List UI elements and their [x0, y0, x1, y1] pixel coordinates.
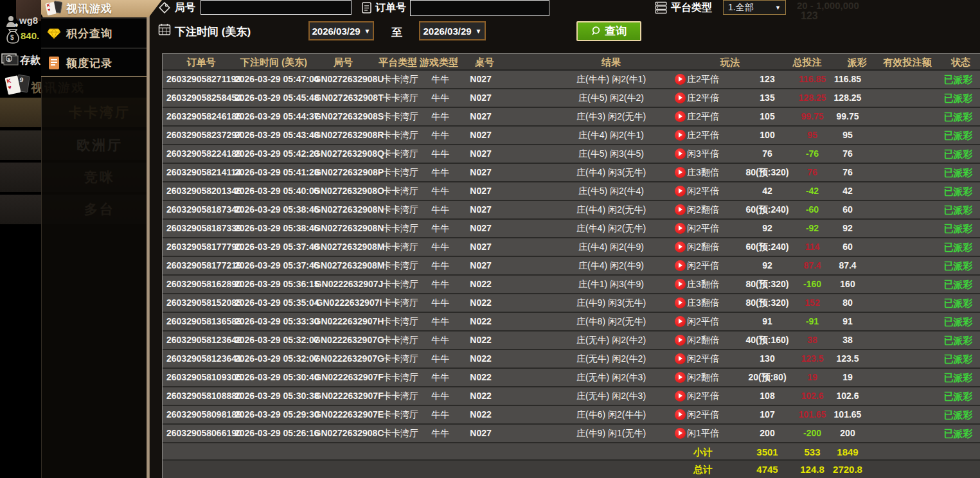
cell-order-number: 260329058187340: [166, 201, 240, 218]
deposit-button[interactable]: 存款: [20, 54, 40, 67]
cell-total-bet: 80(预:320): [732, 276, 803, 293]
date-from-picker[interactable]: 2026/03/29 ▼: [308, 21, 374, 40]
cell-play-type: 闲1平倍: [677, 425, 729, 442]
cell-game-type: 牛牛: [424, 425, 456, 442]
cell-play-type: 闲2翻倍: [677, 332, 729, 349]
cell-platform: 卡卡湾厅: [378, 257, 423, 274]
cell-table-number: N027: [461, 108, 500, 125]
platform-type-select[interactable]: 1.全部 ▼: [723, 0, 786, 15]
table-row[interactable]: 260329058201346 2026-03-29 05:40:05 GN02…: [163, 182, 980, 201]
cell-bet-time: 2026-03-29 05:43:43: [235, 127, 318, 144]
flyout-right-border: [147, 0, 150, 478]
cell-bet-time: 2026-03-29 05:37:45: [235, 257, 318, 274]
cell-bet-time: 2026-03-29 05:30:38: [235, 387, 318, 405]
cell-result: 庄(牛4) 闲2(牛9): [547, 238, 675, 256]
table-row[interactable]: 260329058187340 2026-03-29 05:38:45 GN02…: [163, 201, 980, 220]
search-button[interactable]: 查询: [576, 21, 641, 41]
cell-result: 庄(牛5) 闲3(牛5): [547, 145, 675, 163]
menu-item-points-query[interactable]: 积分查询: [41, 19, 147, 48]
cell-play-type: 闲2平倍: [677, 257, 729, 274]
server-stack-icon: [654, 1, 668, 14]
moneybag-icon: $: [6, 29, 20, 44]
cell-table-number: N022: [461, 276, 500, 293]
cell-round-number: GN0272632908S: [314, 108, 384, 125]
balance-text: 840.: [21, 30, 39, 41]
cell-platform: 卡卡湾厅: [378, 350, 423, 367]
table-row[interactable]: 260329058136583 2026-03-29 05:33:30 GN02…: [163, 313, 980, 332]
cell-result: 庄(牛4) 闲2(牛1): [547, 127, 675, 144]
status-badge: 已派彩: [936, 71, 980, 88]
cell-table-number: N027: [461, 71, 500, 88]
bet-history-table: 订单号 下注时间 (美东) 局号 平台类型 游戏类型 桌号 结果 玩法 总投注 …: [162, 53, 980, 478]
menu-item-label: 视讯游戏: [66, 1, 112, 16]
table-row[interactable]: 260329058123641 2026-03-29 05:32:07 GN02…: [163, 350, 980, 369]
status-badge: 已派彩: [936, 332, 980, 349]
table-row[interactable]: 260329058108880 2026-03-29 05:30:38 GN02…: [163, 387, 980, 406]
clipboard-icon: [361, 1, 373, 14]
cell-play-type: 庄2平倍: [677, 89, 729, 107]
date-to-picker[interactable]: 2026/03/29 ▼: [419, 21, 486, 40]
cell-platform: 卡卡湾厅: [378, 294, 423, 312]
cell-round-number: GN0222632907F: [314, 369, 384, 386]
table-row[interactable]: 260329058098189 2026-03-29 05:29:30 GN02…: [163, 406, 980, 425]
cell-order-number: 260329058237297: [166, 127, 240, 144]
cell-game-type: 牛牛: [424, 164, 456, 181]
table-row[interactable]: 260329058187339 2026-03-29 05:38:45 GN02…: [163, 220, 980, 238]
cell-result: 庄(牛5) 闲2(牛2): [547, 89, 675, 107]
cell-valid-bet: 101.65: [825, 406, 870, 423]
table-row[interactable]: 260329058177790 2026-03-29 05:37:48 GN02…: [163, 238, 980, 257]
cell-result: 庄(牛5) 闲2(牛4): [547, 182, 675, 200]
menu-item-video-games[interactable]: K♥ 视讯游戏: [41, 0, 162, 17]
table-row[interactable]: 260329058237297 2026-03-29 05:43:43 GN02…: [163, 127, 980, 145]
menu-item-quota-records[interactable]: 额度记录: [41, 49, 147, 77]
table-row[interactable]: 260329058066190 2026-03-29 05:26:16 GN02…: [163, 425, 980, 443]
cell-play-type: 闲2平倍: [677, 182, 729, 200]
cell-result: 庄(牛9) 闲1(无牛): [547, 425, 675, 442]
status-badge: 已派彩: [936, 238, 980, 256]
status-badge: 已派彩: [936, 257, 980, 274]
cell-order-number: 260329058246186: [166, 108, 240, 125]
cell-platform: 卡卡湾厅: [378, 182, 423, 200]
date-from-value: 2026/03/29: [312, 26, 361, 37]
order-number-input[interactable]: [410, 0, 549, 16]
cell-platform: 卡卡湾厅: [378, 406, 423, 423]
cell-valid-bet: 123.5: [825, 350, 870, 367]
table-row[interactable]: 260329058224189 2026-03-29 05:42:23 GN02…: [163, 145, 980, 164]
search-button-label: 查询: [605, 24, 627, 39]
banknote-icon: $: [1, 53, 19, 66]
cell-round-number: GN0222632907E: [314, 406, 384, 423]
cell-total-bet: 60(预:240): [732, 238, 803, 256]
table-row[interactable]: 260329058177219 2026-03-29 05:37:45 GN02…: [163, 257, 980, 276]
cell-round-number: GN0272632908R: [314, 127, 384, 144]
cell-play-type: 闲2翻倍: [677, 201, 729, 218]
ghost-number-text: 123: [801, 10, 818, 22]
cell-bet-time: 2026-03-29 05:36:15: [235, 276, 318, 293]
cell-platform: 卡卡湾厅: [378, 164, 423, 181]
cell-bet-time: 2026-03-29 05:47:04: [235, 71, 318, 88]
round-number-input[interactable]: [200, 0, 352, 15]
table-row[interactable]: 260329058258454 2026-03-29 05:45:48 GN02…: [163, 89, 980, 108]
document-icon: [49, 57, 59, 69]
table-row[interactable]: 260329058271193 2026-03-29 05:47:04 GN02…: [163, 71, 980, 89]
table-row[interactable]: 260329058109305 2026-03-29 05:30:40 GN02…: [163, 369, 980, 387]
cell-bet-time: 2026-03-29 05:44:37: [235, 108, 318, 125]
cell-play-type: 庄3翻倍: [677, 276, 729, 293]
date-to-value: 2026/03/29: [423, 26, 472, 37]
table-row[interactable]: 260329058246186 2026-03-29 05:44:37 GN02…: [163, 108, 980, 127]
cell-play-type: 闲2平倍: [677, 313, 729, 330]
total-label: 总计: [677, 461, 729, 478]
cell-total-bet: 135: [732, 89, 803, 107]
cell-game-type: 牛牛: [424, 313, 456, 330]
table-row[interactable]: 260329058162890 2026-03-29 05:36:15 GN02…: [163, 276, 980, 294]
cell-valid-bet: 116.85: [825, 71, 870, 88]
table-row[interactable]: 260329058214114 2026-03-29 05:41:28 GN02…: [163, 164, 980, 182]
cell-valid-bet: 200: [825, 425, 870, 442]
cell-valid-bet: 99.75: [825, 108, 870, 125]
cell-table-number: N022: [461, 350, 500, 367]
subtotal-label: 小计: [677, 443, 729, 461]
header-result: 结果: [579, 54, 643, 71]
table-row[interactable]: 260329058123642 2026-03-29 05:32:07 GN02…: [163, 332, 980, 350]
table-row[interactable]: 260329058152085 2026-03-29 05:35:04 GN02…: [163, 294, 980, 313]
cell-result: 庄(牛牛) 闲2(牛1): [547, 71, 675, 88]
cell-bet-time: 2026-03-29 05:30:40: [235, 369, 318, 386]
